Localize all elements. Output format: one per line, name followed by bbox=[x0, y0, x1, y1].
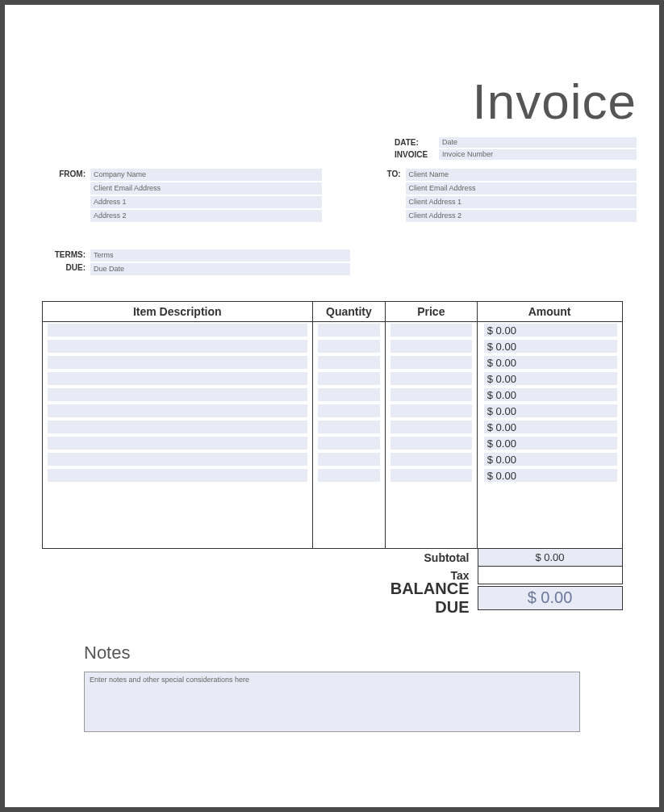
item-amount-cell: $ 0.00 bbox=[477, 467, 622, 483]
item-amount-cell: $ 0.00 bbox=[477, 370, 622, 387]
blank-cell[interactable] bbox=[312, 532, 385, 548]
item-qty-cell[interactable] bbox=[312, 435, 385, 451]
item-price-cell[interactable] bbox=[385, 354, 477, 370]
items-table: Item Description Quantity Price Amount $… bbox=[42, 301, 623, 549]
item-desc-cell[interactable] bbox=[42, 370, 312, 387]
totals-block: Subtotal $ 0.00 Tax BALANCE DUE $ 0.00 bbox=[42, 549, 623, 610]
blank-cell[interactable] bbox=[477, 483, 622, 500]
table-row: $ 0.00 bbox=[42, 322, 622, 339]
blank-cell[interactable] bbox=[385, 516, 477, 532]
item-amount-cell: $ 0.00 bbox=[477, 322, 622, 339]
item-qty-cell[interactable] bbox=[312, 370, 385, 387]
date-label: DATE: bbox=[395, 138, 439, 147]
to-name-input[interactable]: Client Name bbox=[406, 169, 637, 181]
item-desc-cell[interactable] bbox=[42, 354, 312, 370]
terms-label: TERMS: bbox=[27, 249, 86, 262]
notes-block: Notes Enter notes and other special cons… bbox=[84, 642, 580, 732]
due-date-input[interactable]: Due Date bbox=[90, 263, 350, 275]
item-amount-cell: $ 0.00 bbox=[477, 451, 622, 467]
date-input[interactable]: Date bbox=[439, 137, 637, 148]
table-row: $ 0.00 bbox=[42, 387, 622, 403]
item-qty-cell[interactable] bbox=[312, 338, 385, 354]
due-label: DUE: bbox=[27, 262, 86, 275]
header-amount: Amount bbox=[477, 302, 622, 322]
table-row: $ 0.00 bbox=[42, 403, 622, 419]
blank-cell[interactable] bbox=[42, 500, 312, 516]
blank-cell[interactable] bbox=[312, 516, 385, 532]
item-price-cell[interactable] bbox=[385, 403, 477, 419]
item-desc-cell[interactable] bbox=[42, 403, 312, 419]
terms-block: TERMS: DUE: Terms Due Date bbox=[27, 249, 350, 277]
header-price: Price bbox=[385, 302, 477, 322]
blank-cell[interactable] bbox=[385, 483, 477, 500]
balance-due-value: $ 0.00 bbox=[478, 586, 623, 610]
blank-cell[interactable] bbox=[312, 500, 385, 516]
header-description: Item Description bbox=[42, 302, 312, 322]
item-amount-cell: $ 0.00 bbox=[477, 354, 622, 370]
blank-cell[interactable] bbox=[385, 532, 477, 548]
invoice-page: Invoice DATE: Date INVOICE Invoice Numbe… bbox=[5, 5, 659, 807]
item-price-cell[interactable] bbox=[385, 435, 477, 451]
from-email-input[interactable]: Client Email Address bbox=[90, 182, 322, 195]
to-column: TO: Client Name Client Email Address Cli… bbox=[343, 169, 637, 224]
item-amount-cell: $ 0.00 bbox=[477, 403, 622, 419]
invoice-label: INVOICE bbox=[395, 150, 439, 159]
page-title: Invoice bbox=[27, 73, 637, 130]
invoice-number-input[interactable]: Invoice Number bbox=[439, 149, 637, 160]
from-company-input[interactable]: Company Name bbox=[90, 169, 322, 181]
item-amount-cell: $ 0.00 bbox=[477, 338, 622, 354]
item-price-cell[interactable] bbox=[385, 370, 477, 387]
item-qty-cell[interactable] bbox=[312, 387, 385, 403]
item-desc-cell[interactable] bbox=[42, 338, 312, 354]
to-label: TO: bbox=[343, 169, 406, 224]
blank-cell[interactable] bbox=[42, 516, 312, 532]
item-desc-cell[interactable] bbox=[42, 387, 312, 403]
blank-cell[interactable] bbox=[477, 532, 622, 548]
from-address2-input[interactable]: Address 2 bbox=[90, 210, 322, 222]
notes-heading: Notes bbox=[84, 642, 580, 663]
item-desc-cell[interactable] bbox=[42, 467, 312, 483]
from-column: FROM: Company Name Client Email Address … bbox=[27, 169, 322, 224]
table-row-blank bbox=[42, 483, 622, 500]
table-row-blank bbox=[42, 532, 622, 548]
table-row-blank bbox=[42, 500, 622, 516]
to-email-input[interactable]: Client Email Address bbox=[406, 182, 637, 195]
blank-cell[interactable] bbox=[477, 516, 622, 532]
table-row: $ 0.00 bbox=[42, 467, 622, 483]
item-qty-cell[interactable] bbox=[312, 419, 385, 435]
blank-cell[interactable] bbox=[312, 483, 385, 500]
item-qty-cell[interactable] bbox=[312, 467, 385, 483]
item-amount-cell: $ 0.00 bbox=[477, 387, 622, 403]
item-qty-cell[interactable] bbox=[312, 322, 385, 339]
item-price-cell[interactable] bbox=[385, 467, 477, 483]
table-row: $ 0.00 bbox=[42, 370, 622, 387]
item-qty-cell[interactable] bbox=[312, 354, 385, 370]
tax-value[interactable] bbox=[478, 567, 623, 584]
table-row: $ 0.00 bbox=[42, 435, 622, 451]
to-address2-input[interactable]: Client Address 2 bbox=[406, 210, 637, 222]
blank-cell[interactable] bbox=[42, 483, 312, 500]
terms-input[interactable]: Terms bbox=[90, 249, 350, 262]
item-price-cell[interactable] bbox=[385, 451, 477, 467]
from-label: FROM: bbox=[27, 169, 90, 224]
subtotal-label: Subtotal bbox=[386, 551, 478, 564]
item-desc-cell[interactable] bbox=[42, 435, 312, 451]
table-row: $ 0.00 bbox=[42, 354, 622, 370]
blank-cell[interactable] bbox=[385, 500, 477, 516]
item-qty-cell[interactable] bbox=[312, 403, 385, 419]
item-price-cell[interactable] bbox=[385, 322, 477, 339]
blank-cell[interactable] bbox=[42, 532, 312, 548]
item-price-cell[interactable] bbox=[385, 387, 477, 403]
to-address1-input[interactable]: Client Address 1 bbox=[406, 196, 637, 208]
table-row: $ 0.00 bbox=[42, 451, 622, 467]
item-price-cell[interactable] bbox=[385, 338, 477, 354]
from-address1-input[interactable]: Address 1 bbox=[90, 196, 322, 208]
item-desc-cell[interactable] bbox=[42, 322, 312, 339]
item-desc-cell[interactable] bbox=[42, 419, 312, 435]
blank-cell[interactable] bbox=[477, 500, 622, 516]
item-desc-cell[interactable] bbox=[42, 451, 312, 467]
notes-textarea[interactable]: Enter notes and other special considerat… bbox=[84, 672, 580, 732]
item-price-cell[interactable] bbox=[385, 419, 477, 435]
item-qty-cell[interactable] bbox=[312, 451, 385, 467]
addresses: FROM: Company Name Client Email Address … bbox=[27, 169, 637, 224]
